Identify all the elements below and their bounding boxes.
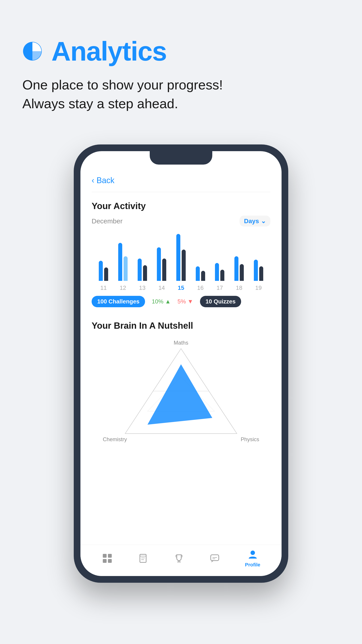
- phone-outer: ‹ Back Your Activity December Days ⌄: [74, 144, 288, 583]
- nav-item-trophy[interactable]: [173, 553, 185, 564]
- brain-section: Your Brain In A Nutshell Maths Chemistry…: [80, 316, 282, 454]
- activity-section: Your Activity December Days ⌄: [80, 192, 282, 316]
- bar-label: 13: [139, 284, 145, 291]
- header-subtitle: One place to show your progress! Always …: [22, 76, 340, 113]
- book-icon: [137, 553, 149, 564]
- month-label: December: [92, 217, 122, 225]
- bar-group-14: 14: [152, 232, 171, 291]
- bar: [104, 268, 108, 281]
- bar: [118, 243, 122, 281]
- bar-group-17: 17: [210, 232, 230, 291]
- bar-label: 16: [197, 284, 204, 291]
- bar: [182, 250, 186, 281]
- bar-label: 12: [120, 284, 126, 291]
- nav-item-book[interactable]: [137, 553, 149, 564]
- quizzes-badge: 10 Quizzes: [200, 296, 241, 307]
- stat-change-down: 5% ▼: [177, 298, 193, 305]
- triangle-labels: Maths Chemistry Physics: [92, 338, 270, 445]
- phone-container: ‹ Back Your Activity December Days ⌄: [0, 144, 362, 628]
- trophy-icon: [173, 553, 185, 564]
- challenges-badge: 100 Challenges: [92, 296, 145, 307]
- bar: [215, 263, 219, 281]
- bar-group-16: 16: [191, 232, 210, 291]
- bar-label: 11: [100, 284, 107, 291]
- svg-rect-10: [103, 559, 107, 563]
- analytics-icon: [22, 41, 42, 61]
- nav-item-chat[interactable]: [209, 553, 220, 564]
- bar: [240, 264, 244, 281]
- bar: [254, 260, 258, 281]
- bar: [143, 265, 147, 281]
- bar: [138, 258, 142, 281]
- bar: [234, 256, 238, 281]
- back-button[interactable]: ‹ Back: [80, 169, 282, 192]
- days-dropdown[interactable]: Days ⌄: [240, 216, 270, 226]
- label-chemistry: Chemistry: [103, 436, 127, 442]
- back-chevron-icon: ‹: [92, 176, 94, 185]
- label-maths: Maths: [174, 340, 188, 346]
- back-label: Back: [96, 176, 114, 185]
- header-section: Analytics One place to show your progres…: [0, 0, 362, 126]
- svg-rect-12: [140, 554, 146, 562]
- grid-icon: [102, 553, 113, 564]
- nav-item-profile[interactable]: Profile: [245, 549, 260, 568]
- page-title: Analytics: [51, 36, 167, 67]
- activity-header: December Days ⌄: [92, 216, 270, 226]
- svg-rect-8: [103, 554, 107, 558]
- bar: [196, 266, 200, 281]
- bar-group-12: 12: [113, 232, 133, 291]
- bar-label: 14: [158, 284, 165, 291]
- bar-label: 18: [236, 284, 242, 291]
- bar: [99, 261, 103, 281]
- bar-group-13: 13: [132, 232, 152, 291]
- bar: [259, 266, 263, 281]
- bar-label: 19: [255, 284, 262, 291]
- brain-title: Your Brain In A Nutshell: [92, 321, 270, 331]
- svg-rect-11: [108, 559, 112, 563]
- nav-item-home[interactable]: [102, 553, 113, 564]
- title-row: Analytics: [22, 36, 340, 67]
- chat-icon: [209, 553, 220, 564]
- bar: [157, 247, 161, 281]
- profile-nav-label: Profile: [245, 562, 260, 568]
- bar: [124, 256, 128, 281]
- activity-title: Your Activity: [92, 201, 270, 211]
- bar-group-18: 18: [230, 232, 249, 291]
- bar: [162, 258, 166, 281]
- bar: [220, 270, 224, 281]
- svg-point-21: [251, 550, 255, 555]
- profile-icon: [247, 549, 258, 560]
- phone-screen: ‹ Back Your Activity December Days ⌄: [80, 151, 282, 576]
- bar-group-19: 19: [249, 232, 268, 291]
- bar-group-15: 15: [171, 232, 191, 291]
- bar-group-11: 11: [94, 232, 113, 291]
- stats-row: 100 Challenges 10% ▲ 5% ▼ 10 Quizzes: [92, 296, 270, 307]
- bar: [176, 234, 180, 281]
- dropdown-chevron-icon: ⌄: [261, 217, 266, 225]
- phone-notch: [150, 151, 212, 164]
- svg-rect-9: [108, 554, 112, 558]
- bar-label-active: 15: [178, 284, 184, 291]
- stat-change-up: 10% ▲: [152, 298, 171, 305]
- bar: [201, 271, 205, 281]
- bar-label: 17: [217, 284, 223, 291]
- triangle-chart: Maths Chemistry Physics: [92, 338, 270, 445]
- bar-chart: 11 12: [92, 233, 270, 291]
- bottom-nav: Profile: [80, 545, 282, 576]
- label-physics: Physics: [241, 436, 259, 442]
